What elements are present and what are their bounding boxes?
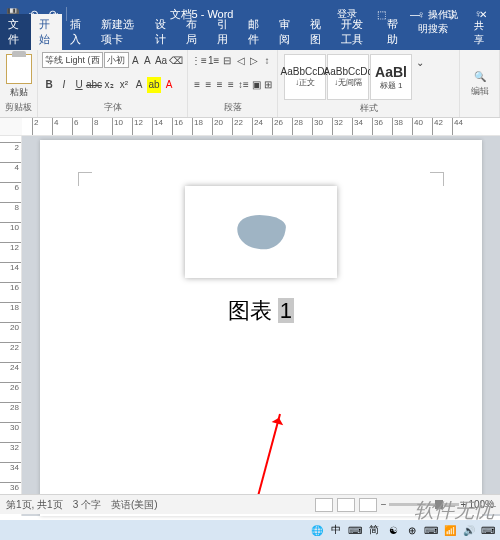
tray-icon[interactable]: 中 (328, 522, 344, 538)
tab-dev[interactable]: 开发工具 (333, 14, 379, 50)
inserted-image[interactable] (185, 186, 337, 278)
bold-button[interactable]: B (42, 77, 56, 93)
tab-mail[interactable]: 邮件 (240, 14, 271, 50)
ruler-tick: 32 (0, 442, 21, 452)
ruler-tick: 24 (252, 118, 263, 135)
ruler-tick: 12 (0, 242, 21, 252)
status-language[interactable]: 英语(美国) (111, 498, 158, 512)
paste-button[interactable]: 粘贴 (10, 86, 28, 99)
vertical-ruler[interactable]: 24681012141618202224262830323436 (0, 136, 22, 516)
tray-icon[interactable]: ⌨ (480, 522, 496, 538)
zoom-out-button[interactable]: − (381, 499, 387, 510)
share-button[interactable]: ♀ 共享 (466, 5, 500, 50)
highlight-button[interactable]: ab (147, 77, 161, 93)
strike-button[interactable]: abc (87, 77, 101, 93)
justify-button[interactable]: ≡ (226, 77, 236, 93)
tray-icon[interactable]: ⌨ (347, 522, 363, 538)
ruler-tick: 36 (372, 118, 383, 135)
zoom-level[interactable]: 100% (468, 499, 494, 510)
tab-newtab[interactable]: 新建选项卡 (93, 14, 147, 50)
tray-icon[interactable]: 简 (366, 522, 382, 538)
zoom-in-button[interactable]: + (461, 499, 467, 510)
increase-indent-button[interactable]: ▷ (248, 52, 260, 68)
horizontal-ruler[interactable]: 2468101214161820222426283032343638404244 (22, 118, 500, 135)
ruler-tick: 20 (212, 118, 223, 135)
tray-icon[interactable]: ☯ (385, 522, 401, 538)
zoom-slider[interactable] (389, 503, 459, 506)
ruler-tick: 36 (0, 482, 21, 492)
tray-icon[interactable]: 🌐 (309, 522, 325, 538)
style-heading1[interactable]: AaBl 标题 1 (370, 54, 412, 100)
style-nospacing[interactable]: AaBbCcDc ↓无间隔 (327, 54, 369, 100)
tab-design[interactable]: 设计 (147, 14, 178, 50)
view-print-button[interactable] (337, 498, 355, 512)
tab-help[interactable]: 帮助 (379, 14, 410, 50)
numbering-button[interactable]: 1≡ (207, 52, 220, 68)
ruler-tick: 24 (0, 362, 21, 372)
text-effects-button[interactable]: A (132, 77, 146, 93)
tab-references[interactable]: 引用 (209, 14, 240, 50)
tray-icon[interactable]: ⊕ (404, 522, 420, 538)
bullets-button[interactable]: ⋮≡ (192, 52, 206, 68)
styles-more-button[interactable]: ⌄ (413, 54, 427, 70)
paste-icon[interactable] (6, 54, 32, 84)
ruler-tick: 42 (432, 118, 443, 135)
status-page[interactable]: 第1页, 共1页 (6, 498, 63, 512)
align-center-button[interactable]: ≡ (203, 77, 213, 93)
tab-home[interactable]: 开始 (31, 14, 62, 50)
caption-label: 图表 (228, 298, 272, 323)
ruler-tick: 26 (0, 382, 21, 392)
grow-font-button[interactable]: A (130, 52, 141, 68)
tab-file[interactable]: 文件 (0, 14, 31, 50)
tab-insert[interactable]: 插入 (62, 14, 93, 50)
shrink-font-button[interactable]: A (142, 52, 153, 68)
align-right-button[interactable]: ≡ (214, 77, 224, 93)
tab-view[interactable]: 视图 (302, 14, 333, 50)
line-spacing-button[interactable]: ↕≡ (237, 77, 250, 93)
ruler-tick: 26 (272, 118, 283, 135)
ruler-tick: 6 (0, 182, 21, 192)
ruler-tick: 2 (0, 142, 21, 152)
view-read-button[interactable] (315, 498, 333, 512)
ruler-tick: 2 (32, 118, 38, 135)
ruler-tick: 14 (152, 118, 163, 135)
ruler-tick: 34 (0, 462, 21, 472)
ruler-tick: 18 (0, 302, 21, 312)
view-web-button[interactable] (359, 498, 377, 512)
change-case-button[interactable]: Aa (154, 52, 168, 68)
font-color-button[interactable]: A (162, 77, 176, 93)
align-left-button[interactable]: ≡ (192, 77, 202, 93)
caption-number: 1 (278, 298, 294, 323)
ruler-tick: 22 (232, 118, 243, 135)
borders-button[interactable]: ⊞ (263, 77, 273, 93)
font-size-selector[interactable]: 小初 (104, 52, 128, 68)
tray-icon[interactable]: 📶 (442, 522, 458, 538)
style-normal[interactable]: AaBbCcDc ↓正文 (284, 54, 326, 100)
underline-button[interactable]: U (72, 77, 86, 93)
image-caption[interactable]: 图表 1 (85, 296, 437, 326)
shading-button[interactable]: ▣ (251, 77, 262, 93)
italic-button[interactable]: I (57, 77, 71, 93)
document-page[interactable]: 图表 1 (40, 140, 482, 516)
tab-review[interactable]: 审阅 (271, 14, 302, 50)
clear-format-button[interactable]: ⌫ (169, 52, 183, 68)
ruler-tick: 10 (0, 222, 21, 232)
subscript-button[interactable]: x₂ (102, 77, 116, 93)
tray-icon[interactable]: ⌨ (423, 522, 439, 538)
tell-me-search[interactable]: ♀ 操作说明搜索 (410, 5, 467, 50)
sort-button[interactable]: ↕ (261, 52, 273, 68)
system-tray: 🌐中⌨简☯⊕⌨📶🔊⌨ (0, 520, 500, 540)
group-label-styles: 样式 (282, 102, 455, 116)
decrease-indent-button[interactable]: ◁ (235, 52, 247, 68)
ruler-tick: 12 (132, 118, 143, 135)
tray-icon[interactable]: 🔊 (461, 522, 477, 538)
find-button[interactable]: 🔍 (473, 69, 487, 85)
crop-mark-icon (78, 172, 92, 186)
group-label-paragraph: 段落 (192, 101, 273, 115)
status-wordcount[interactable]: 3 个字 (73, 498, 101, 512)
tab-layout[interactable]: 布局 (178, 14, 209, 50)
font-name-selector[interactable]: 等线 Light (西 (42, 52, 103, 68)
superscript-button[interactable]: x² (117, 77, 131, 93)
multilevel-button[interactable]: ⊟ (221, 52, 233, 68)
ruler-corner (0, 118, 22, 135)
